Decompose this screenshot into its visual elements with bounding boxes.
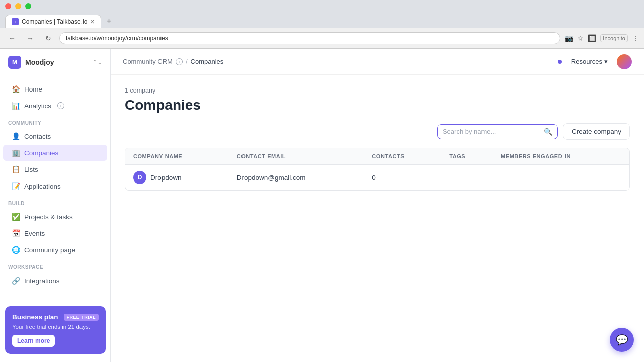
table-header-row: COMPANY NAME CONTACT EMAIL CONTACTS TAGS… (125, 148, 629, 165)
table-body: D Dropdown Dropdown@gmail.com 0 (125, 165, 629, 191)
sidebar-item-applications[interactable]: 📝 Applications (3, 178, 107, 194)
sidebar-item-contacts[interactable]: 👤 Contacts (3, 128, 107, 144)
col-contacts: CONTACTS (364, 148, 441, 165)
profile-icon[interactable]: Incognito (600, 34, 628, 42)
back-btn[interactable]: ← (5, 31, 19, 45)
browser-chrome: T Companies | Talkbase.io × + ← → ↻ talk… (0, 0, 644, 49)
col-members-engaged: MEMBERS ENGAGED IN (493, 148, 629, 165)
topbar: Community CRM i / Companies Resources ▾ (111, 49, 644, 75)
chat-button[interactable]: 💬 (610, 328, 634, 352)
company-name-cell: D Dropdown (133, 171, 221, 184)
breadcrumb-parent[interactable]: Community CRM (123, 58, 173, 65)
close-window-btn[interactable] (5, 3, 11, 9)
sidebar-item-home[interactable]: 🏠 Home (3, 81, 107, 97)
workspace-avatar: M (8, 56, 21, 69)
col-tags: TAGS (441, 148, 493, 165)
company-avatar: D (133, 171, 146, 184)
tab-close-btn[interactable]: × (90, 18, 94, 25)
menu-icon[interactable]: ⋮ (632, 34, 639, 42)
breadcrumb: Community CRM i / Companies (123, 58, 223, 65)
bookmark-icon[interactable]: ☆ (577, 34, 584, 42)
breadcrumb-info-icon[interactable]: i (176, 58, 183, 65)
community-page-icon: 🌐 (11, 245, 20, 254)
content: 1 company Companies 🔍 Create company COM… (111, 75, 644, 362)
tab-title: Companies | Talkbase.io (22, 18, 87, 25)
workspace-initial: M (12, 59, 17, 66)
cell-email: Dropdown@gmail.com (229, 165, 364, 191)
table-row[interactable]: D Dropdown Dropdown@gmail.com 0 (125, 165, 629, 191)
resources-chevron-icon: ▾ (604, 58, 608, 65)
refresh-btn[interactable]: ↻ (41, 31, 55, 45)
chat-icon: 💬 (616, 334, 628, 346)
browser-toolbar-icons: 📷 ☆ 🔲 Incognito ⋮ (565, 34, 639, 42)
sidebar-home-label: Home (24, 85, 42, 93)
sidebar-projects-label: Projects & tasks (24, 213, 73, 221)
resources-label: Resources (571, 58, 602, 65)
create-company-button[interactable]: Create company (563, 123, 630, 140)
expand-workspace-icon[interactable]: ⌃⌄ (92, 59, 102, 66)
cell-tags (441, 165, 493, 191)
events-icon: 📅 (11, 229, 20, 238)
lists-icon: 📋 (11, 165, 20, 174)
analytics-icon: 📊 (11, 101, 20, 110)
search-input[interactable] (443, 128, 541, 135)
search-box[interactable]: 🔍 (437, 124, 558, 139)
user-avatar[interactable] (617, 54, 632, 69)
trial-badge: FREE TRIAL (64, 314, 99, 321)
extensions-icon[interactable]: 🔲 (588, 34, 596, 42)
browser-tabs: T Companies | Talkbase.io × + (0, 12, 644, 28)
sidebar-events-label: Events (24, 230, 45, 237)
main-nav: 🏠 Home 📊 Analytics i (0, 76, 110, 114)
sidebar-item-companies[interactable]: 🏢 Companies (3, 145, 107, 161)
minimize-window-btn[interactable] (15, 3, 21, 9)
sidebar-item-analytics[interactable]: 📊 Analytics i (3, 98, 107, 114)
sidebar-applications-label: Applications (24, 183, 61, 190)
maximize-window-btn[interactable] (25, 3, 31, 9)
tab-favicon: T (12, 18, 19, 25)
sidebar-contacts-label: Contacts (24, 133, 51, 140)
analytics-info-icon[interactable]: i (57, 102, 64, 109)
address-bar-container: ← → ↻ talkbase.io/w/moodjoy/crm/companie… (0, 28, 644, 48)
sidebar-item-community-page[interactable]: 🌐 Community page (3, 242, 107, 258)
titlebar (0, 0, 644, 12)
breadcrumb-separator: / (186, 58, 188, 65)
address-bar[interactable]: talkbase.io/w/moodjoy/crm/companies (59, 32, 560, 44)
resources-button[interactable]: Resources ▾ (567, 56, 612, 67)
sidebar-item-lists[interactable]: 📋 Lists (3, 161, 107, 177)
sidebar-integrations-label: Integrations (24, 277, 60, 285)
sidebar-item-integrations[interactable]: 🔗 Integrations (3, 273, 107, 289)
camera-icon[interactable]: 📷 (565, 34, 573, 42)
sidebar-item-projects[interactable]: ✅ Projects & tasks (3, 209, 107, 225)
trial-description: Your free trial ends in 21 days. (12, 324, 99, 330)
url-text: talkbase.io/w/moodjoy/crm/companies (66, 35, 168, 42)
trial-header: Business plan FREE TRIAL (12, 313, 99, 321)
build-nav: ✅ Projects & tasks 📅 Events 🌐 Community … (0, 208, 110, 258)
search-icon: 🔍 (544, 128, 552, 136)
contacts-icon: 👤 (11, 132, 20, 141)
table-header: COMPANY NAME CONTACT EMAIL CONTACTS TAGS… (125, 148, 629, 165)
new-tab-btn[interactable]: + (102, 14, 116, 28)
workspace-name: Moodjoy (25, 58, 54, 66)
community-section-label: COMMUNITY (0, 114, 110, 128)
active-tab[interactable]: T Companies | Talkbase.io × (5, 15, 101, 28)
projects-icon: ✅ (11, 212, 20, 221)
trial-title: Business plan (12, 313, 58, 321)
main-content-area: Community CRM i / Companies Resources ▾ … (111, 49, 644, 362)
integrations-icon: 🔗 (11, 276, 20, 285)
forward-btn[interactable]: → (23, 31, 37, 45)
status-indicator (558, 60, 562, 64)
home-icon: 🏠 (11, 84, 20, 94)
cell-company-name: D Dropdown (125, 165, 229, 191)
applications-icon: 📝 (11, 182, 20, 191)
sidebar-item-events[interactable]: 📅 Events (3, 225, 107, 241)
community-nav: 👤 Contacts 🏢 Companies 📋 Lists 📝 Applica… (0, 128, 110, 195)
workspace-section-label: WORKSPACE (0, 258, 110, 272)
companies-table-wrapper: COMPANY NAME CONTACT EMAIL CONTACTS TAGS… (125, 148, 630, 191)
workspace-info: M Moodjoy (8, 56, 54, 69)
sidebar-header: M Moodjoy ⌃⌄ (0, 49, 110, 76)
page-title: Companies (125, 97, 630, 113)
col-company-name: COMPANY NAME (125, 148, 229, 165)
learn-more-button[interactable]: Learn more (12, 335, 55, 347)
breadcrumb-current: Companies (191, 58, 224, 65)
sidebar-companies-label: Companies (24, 149, 58, 157)
